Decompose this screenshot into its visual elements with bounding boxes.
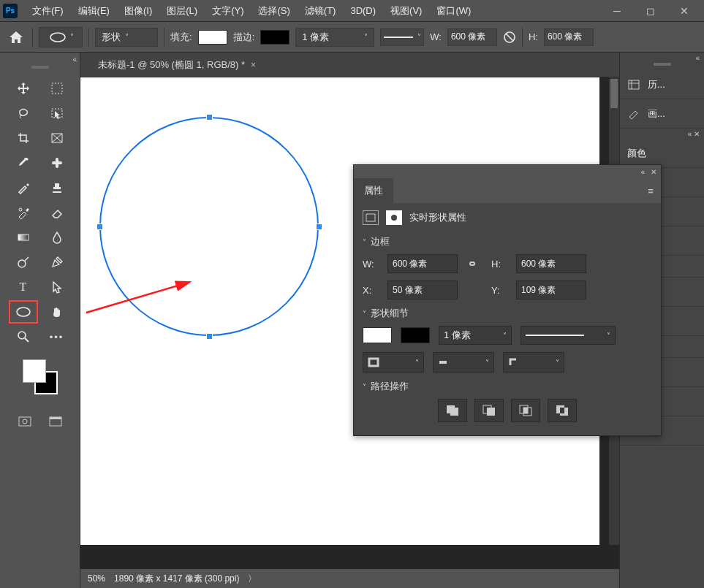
panel-group-controls[interactable]: « ✕ (620, 129, 704, 139)
pathop-combine[interactable] (438, 399, 467, 422)
panel-history[interactable]: 历... (620, 70, 704, 99)
selection-handle-right[interactable] (316, 224, 322, 230)
edit-toolbar-button[interactable]: ••• (43, 326, 71, 348)
svg-line-2 (506, 34, 513, 41)
stroke-swatch[interactable] (260, 30, 289, 45)
doc-dimensions[interactable]: 1890 像素 x 1417 像素 (300 ppi) (114, 573, 239, 585)
props-stroke-swatch[interactable] (401, 327, 430, 343)
stroke-cap-select[interactable]: ˅ (433, 352, 494, 373)
collapse-tools-icon[interactable]: « (0, 53, 80, 66)
close-icon[interactable]: ✕ (651, 168, 656, 176)
move-tool[interactable] (10, 77, 37, 99)
menu-select[interactable]: 选择(S) (251, 1, 297, 21)
menu-filter[interactable]: 滤镜(T) (298, 1, 344, 21)
menu-window[interactable]: 窗口(W) (429, 1, 478, 21)
properties-tab[interactable]: 属性 (354, 178, 393, 203)
blur-tool[interactable] (43, 226, 71, 248)
brush-icon (627, 108, 642, 120)
quickmask-button[interactable] (16, 413, 34, 429)
menu-image[interactable]: 图像(I) (117, 1, 159, 21)
tools-panel: « T ••• (0, 53, 80, 588)
selection-handle-left[interactable] (96, 224, 103, 230)
section-shape-detail-header[interactable]: ˅形状细节 (363, 307, 652, 320)
stroke-align-select[interactable]: ˅ (363, 352, 424, 373)
color-swatches[interactable] (23, 359, 58, 394)
stamp-tool[interactable] (43, 177, 71, 199)
props-x-input[interactable] (387, 280, 458, 299)
eraser-tool[interactable] (43, 202, 71, 224)
menu-layer[interactable]: 图层(L) (159, 1, 205, 21)
foreground-color[interactable] (23, 359, 46, 383)
panel-brushes[interactable]: 画... (620, 99, 704, 129)
crop-tool[interactable] (10, 127, 37, 149)
stroke-corner-select[interactable]: ˅ (503, 352, 564, 373)
maximize-button[interactable]: ◻ (634, 0, 667, 22)
mode-select[interactable]: 形状 ˅ (95, 28, 158, 47)
collapse-icon[interactable]: « (640, 168, 645, 176)
menu-type[interactable]: 文字(Y) (205, 1, 251, 21)
eyedropper-tool[interactable] (10, 152, 37, 174)
hand-tool[interactable] (43, 301, 71, 323)
pathop-intersect[interactable] (511, 399, 540, 422)
section-bbox-header[interactable]: ˅边框 (363, 235, 652, 248)
zoom-tool[interactable] (10, 326, 37, 348)
screenmode-button[interactable] (47, 413, 64, 429)
home-button[interactable] (6, 27, 26, 47)
gradient-tool[interactable] (10, 226, 37, 248)
props-fill-swatch[interactable] (363, 327, 392, 343)
props-width-input[interactable] (387, 254, 458, 273)
pen-tool[interactable] (43, 251, 71, 273)
stroke-width-select[interactable]: 1 像素 ˅ (295, 28, 374, 47)
minimize-button[interactable]: ─ (600, 0, 634, 22)
fill-swatch[interactable] (198, 30, 227, 45)
stroke-style-select[interactable]: ˅ (380, 28, 424, 46)
collapse-right-icon[interactable]: « (620, 53, 704, 63)
separator (32, 28, 33, 47)
selection-handle-top[interactable] (206, 114, 213, 121)
props-stroke-type[interactable]: ˅ (521, 326, 616, 345)
lasso-tool[interactable] (10, 102, 37, 124)
panel-color[interactable]: 颜色 (620, 139, 704, 168)
panel-menu-icon[interactable]: ≡ (640, 178, 661, 203)
document-tab[interactable]: 未标题-1 @ 50% (椭圆 1, RGB/8) * × (92, 58, 262, 72)
menu-3d[interactable]: 3D(D) (343, 1, 383, 21)
status-more-icon[interactable]: 〉 (248, 573, 257, 585)
props-y-input[interactable] (516, 280, 586, 299)
svg-point-15 (18, 332, 26, 339)
path-select-tool[interactable] (43, 276, 71, 298)
quick-select-tool[interactable] (43, 102, 71, 124)
history-brush-tool[interactable] (10, 202, 37, 224)
link-wh-icon[interactable] (466, 259, 482, 269)
window-controls: ─ ◻ ✕ (600, 0, 701, 22)
panel-drag-handle[interactable] (620, 63, 704, 70)
frame-tool[interactable] (43, 127, 71, 149)
props-height-input[interactable] (516, 254, 586, 273)
close-button[interactable]: ✕ (667, 0, 701, 22)
shape-tool[interactable] (10, 301, 37, 323)
type-tool[interactable]: T (10, 276, 37, 298)
status-bar: 50% 1890 像素 x 1417 像素 (300 ppi) 〉 (80, 569, 619, 588)
menu-file[interactable]: 文件(F) (25, 1, 71, 21)
pathop-subtract[interactable] (474, 399, 504, 422)
zoom-level[interactable]: 50% (88, 573, 105, 584)
menu-view[interactable]: 视图(V) (383, 1, 429, 21)
current-tool-indicator[interactable]: ˅ (39, 27, 83, 47)
width-input[interactable] (447, 28, 497, 46)
options-bar: ˅ 形状 ˅ 填充: 描边: 1 像素 ˅ ˅ W: H: (0, 22, 704, 53)
marquee-tool[interactable] (43, 77, 71, 99)
dodge-tool[interactable] (10, 251, 37, 273)
selection-handle-bottom[interactable] (206, 333, 213, 340)
svg-rect-25 (369, 359, 378, 366)
height-input[interactable] (544, 28, 594, 46)
healing-tool[interactable] (43, 152, 71, 174)
pathop-exclude[interactable] (548, 399, 577, 422)
menu-edit[interactable]: 编辑(E) (71, 1, 117, 21)
brush-tool[interactable] (10, 177, 37, 199)
mask-icon (386, 210, 402, 225)
section-path-ops-header[interactable]: ˅路径操作 (363, 380, 652, 393)
close-tab-icon[interactable]: × (251, 60, 256, 70)
width-label: W: (430, 31, 442, 42)
props-stroke-width[interactable]: 1 像素˅ (439, 326, 512, 345)
link-wh-icon[interactable] (503, 31, 516, 44)
panel-drag-handle[interactable] (0, 66, 80, 73)
